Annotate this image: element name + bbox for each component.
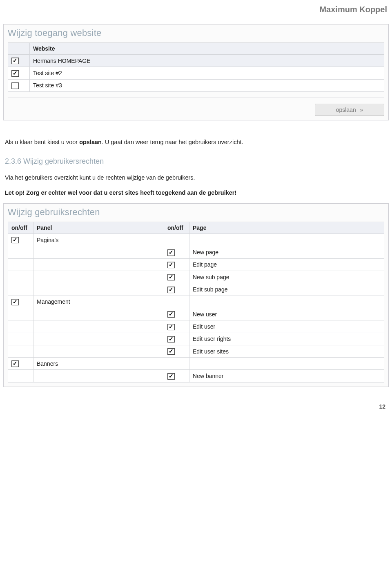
page-label-cell: Edit sub page xyxy=(189,283,384,296)
panel-onoff-cell xyxy=(8,271,33,283)
page-label-cell xyxy=(189,296,384,308)
col-header-onoff-page: on/off xyxy=(164,222,189,234)
rights-table: on/off Panel on/off Page Pagina'sNew pag… xyxy=(8,222,384,382)
panel-onoff-cell xyxy=(8,320,33,333)
page-label-cell: New banner xyxy=(189,370,384,382)
text-bold-opslaan: opslaan xyxy=(79,139,102,145)
page-label-cell xyxy=(189,358,384,370)
site-name-cell: Test site #3 xyxy=(30,79,384,91)
page-checkbox[interactable] xyxy=(167,262,175,268)
col-header-website: Website xyxy=(30,43,384,55)
page-onoff-cell xyxy=(164,345,189,357)
page-onoff-cell xyxy=(164,271,189,283)
page-onoff-cell xyxy=(164,283,189,296)
site-checkbox[interactable] xyxy=(11,70,19,77)
site-name-cell: Test site #2 xyxy=(30,67,384,79)
document-body-text: Als u klaar bent kiest u voor opslaan. U… xyxy=(0,120,392,198)
page-checkbox[interactable] xyxy=(167,324,175,330)
panel-label-cell xyxy=(33,320,164,333)
page-label-cell: New user xyxy=(189,308,384,320)
table-row: Edit user rights xyxy=(8,333,384,345)
panel-onoff-cell xyxy=(8,370,33,382)
page-checkbox[interactable] xyxy=(167,373,175,380)
panel-label-cell xyxy=(33,345,164,357)
page-label-cell: New page xyxy=(189,246,384,258)
table-row: Management xyxy=(8,296,384,308)
page-checkbox[interactable] xyxy=(167,274,175,280)
page-checkbox[interactable] xyxy=(167,348,175,355)
paragraph-1: Als u klaar bent kiest u voor opslaan. U… xyxy=(5,138,387,147)
table-row: New user xyxy=(8,308,384,320)
panel-onoff-cell xyxy=(8,308,33,320)
panel-title: Wijzig gebruiksrechten xyxy=(8,207,384,218)
table-row: Edit user sites xyxy=(8,345,384,357)
panel-onoff-cell xyxy=(8,296,33,308)
section-heading: 2.3.6 Wijzig gebruikersrechten xyxy=(5,156,387,167)
websites-table: Website Hermans HOMEPAGETest site #2Test… xyxy=(8,42,384,92)
panel-onoff-cell xyxy=(8,283,33,296)
panel-label-cell: Management xyxy=(33,296,164,308)
text-fragment: . U gaat dan weer terug naar het gebruik… xyxy=(102,139,243,145)
panel-wijzig-gebruiksrechten: Wijzig gebruiksrechten on/off Panel on/o… xyxy=(3,203,389,387)
text-bold-letop: Let op! xyxy=(5,189,24,196)
site-name-cell: Hermans HOMEPAGE xyxy=(30,55,384,67)
page-label-cell: Edit user sites xyxy=(189,345,384,357)
page-label-cell xyxy=(189,234,384,246)
panel-label-cell xyxy=(33,258,164,271)
page-onoff-cell xyxy=(164,296,189,308)
page-onoff-cell xyxy=(164,246,189,258)
chevron-right-icon: » xyxy=(360,107,363,113)
panel-onoff-cell xyxy=(8,345,33,357)
panel-onoff-cell xyxy=(8,246,33,258)
panel-label-cell: Pagina's xyxy=(33,234,164,246)
panel-label-cell xyxy=(33,283,164,296)
table-row: Edit sub page xyxy=(8,283,384,296)
page-onoff-cell xyxy=(164,308,189,320)
brand-title: Maximum Koppel xyxy=(0,0,392,24)
page-label-cell: Edit user xyxy=(189,320,384,333)
panel-label-cell xyxy=(33,271,164,283)
page-label-cell: New sub page xyxy=(189,271,384,283)
table-row: New page xyxy=(8,246,384,258)
save-button[interactable]: opslaan » xyxy=(315,104,384,116)
panel-checkbox[interactable] xyxy=(11,237,19,243)
page-checkbox[interactable] xyxy=(167,287,175,293)
section-number: 2.3.6 xyxy=(5,157,21,165)
panel-label-cell xyxy=(33,370,164,382)
panel-onoff-cell xyxy=(8,333,33,345)
table-row: Edit page xyxy=(8,258,384,271)
table-row: Hermans HOMEPAGE xyxy=(8,55,384,67)
table-row: Test site #3 xyxy=(8,79,384,91)
panel-onoff-cell xyxy=(8,234,33,246)
table-row: New sub page xyxy=(8,271,384,283)
page-onoff-cell xyxy=(164,358,189,370)
page-checkbox[interactable] xyxy=(167,311,175,318)
section-title: Wijzig gebruikersrechten xyxy=(23,157,104,165)
site-checkbox[interactable] xyxy=(11,82,19,89)
text-bold-warning: Zorg er echter wel voor dat u eerst site… xyxy=(24,189,236,196)
text-fragment: Als u klaar bent kiest u voor xyxy=(5,139,79,145)
table-row: Banners xyxy=(8,358,384,370)
col-header-checkbox xyxy=(8,43,30,55)
paragraph-2: Via het gebruikers overzicht kunt u de r… xyxy=(5,173,387,182)
panel-checkbox[interactable] xyxy=(11,299,19,305)
checkbox-cell xyxy=(8,55,30,67)
panel-label-cell xyxy=(33,308,164,320)
site-checkbox[interactable] xyxy=(11,58,19,64)
page-label-cell: Edit page xyxy=(189,258,384,271)
paragraph-3: Let op! Zorg er echter wel voor dat u ee… xyxy=(5,188,387,197)
panel-wijzig-toegang-website: Wijzig toegang website Website Hermans H… xyxy=(3,24,389,120)
panel-checkbox[interactable] xyxy=(11,360,19,367)
panel-onoff-cell xyxy=(8,358,33,370)
page-checkbox[interactable] xyxy=(167,249,175,256)
save-button-label: opslaan xyxy=(336,107,356,113)
page-onoff-cell xyxy=(164,234,189,246)
page-onoff-cell xyxy=(164,258,189,271)
table-row: Test site #2 xyxy=(8,67,384,79)
table-row: New banner xyxy=(8,370,384,382)
page-checkbox[interactable] xyxy=(167,336,175,342)
page-label-cell: Edit user rights xyxy=(189,333,384,345)
table-row: Edit user xyxy=(8,320,384,333)
panel-label-cell xyxy=(33,246,164,258)
page-onoff-cell xyxy=(164,320,189,333)
